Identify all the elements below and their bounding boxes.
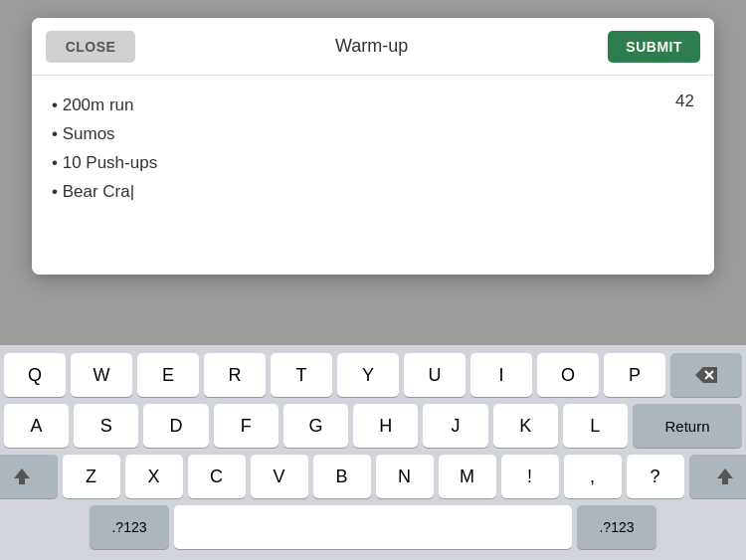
shift-right-key[interactable] — [689, 455, 747, 498]
shift-left-key[interactable] — [0, 455, 58, 498]
key-y[interactable]: Y — [337, 353, 399, 397]
key-i[interactable]: I — [470, 353, 532, 397]
keyboard-row-3: Z X C V B N M ! , ? — [4, 455, 742, 498]
keyboard-row-2: A S D F G H J K L Return — [4, 404, 742, 448]
key-q[interactable]: Q — [4, 353, 66, 397]
key-comma[interactable]: , — [564, 455, 622, 498]
key-k[interactable]: K — [493, 404, 558, 448]
key-j[interactable]: J — [423, 404, 487, 448]
key-o[interactable]: O — [537, 353, 599, 397]
key-r[interactable]: R — [204, 353, 266, 397]
key-v[interactable]: V — [251, 455, 308, 498]
warmup-content: • 200m run • Sumos • 10 Push-ups • Bear … — [52, 92, 694, 207]
key-z[interactable]: Z — [63, 455, 120, 498]
key-c[interactable]: C — [188, 455, 246, 498]
key-w[interactable]: W — [71, 353, 132, 397]
key-t[interactable]: T — [271, 353, 332, 397]
key-p[interactable]: P — [604, 353, 665, 397]
submit-button[interactable]: SUBMIT — [608, 31, 700, 63]
key-e[interactable]: E — [137, 353, 199, 397]
key-f[interactable]: F — [214, 404, 279, 448]
close-button[interactable]: CLOSE — [46, 31, 135, 63]
special-left-key[interactable]: .?123 — [90, 505, 169, 549]
key-n[interactable]: N — [376, 455, 434, 498]
keyboard-row-1: Q W E R T Y U I O P — [4, 353, 742, 397]
keyboard-row-4: .?123 .?123 — [4, 505, 742, 549]
return-key[interactable]: Return — [633, 404, 742, 448]
key-b[interactable]: B — [313, 455, 371, 498]
modal-body[interactable]: • 200m run • Sumos • 10 Push-ups • Bear … — [32, 76, 714, 275]
keyboard: Q W E R T Y U I O P A S D F G H J K L Re… — [0, 345, 746, 560]
key-a[interactable]: A — [4, 404, 69, 448]
key-x[interactable]: X — [125, 455, 183, 498]
special-right-key[interactable]: .?123 — [577, 505, 656, 549]
key-g[interactable]: G — [283, 404, 348, 448]
modal-dialog: CLOSE Warm-up SUBMIT • 200m run • Sumos … — [32, 18, 714, 275]
svg-marker-3 — [717, 468, 733, 484]
key-s[interactable]: S — [74, 404, 138, 448]
key-u[interactable]: U — [404, 353, 466, 397]
backspace-key[interactable] — [670, 353, 742, 397]
key-question[interactable]: ? — [627, 455, 684, 498]
svg-marker-2 — [14, 468, 30, 484]
modal-header: CLOSE Warm-up SUBMIT — [32, 18, 714, 76]
key-d[interactable]: D — [143, 404, 208, 448]
modal-title: Warm-up — [135, 36, 608, 57]
key-l[interactable]: L — [563, 404, 628, 448]
space-key[interactable] — [174, 505, 572, 549]
key-h[interactable]: H — [353, 404, 418, 448]
char-count: 42 — [675, 92, 694, 111]
key-exclaim[interactable]: ! — [501, 455, 559, 498]
key-m[interactable]: M — [439, 455, 496, 498]
